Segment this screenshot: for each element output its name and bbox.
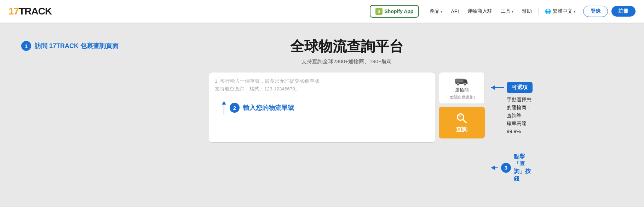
arrow-left-icon (491, 85, 495, 90)
step1-badge: 1 (21, 41, 31, 51)
shopify-icon: S (375, 8, 383, 15)
optional-label: 可選項 (507, 82, 533, 93)
chevron-down-icon: ▾ (512, 10, 513, 13)
shopify-label: Shopify App (385, 8, 414, 14)
shopify-app-button[interactable]: S Shopify App (370, 5, 419, 18)
nav-divider (538, 8, 539, 15)
nav-language[interactable]: 🌐 繁體中文 ▾ (541, 5, 579, 17)
tracking-input-wrapper[interactable]: 1. 每行輸入一個單號，最多只允許提交40個單號； 支持航空查詢，格式：123-… (209, 72, 435, 143)
nav-tools[interactable]: 工具 ▾ (497, 5, 517, 17)
svg-point-6 (458, 115, 461, 117)
svg-line-5 (463, 119, 466, 123)
step2-badge: 2 (230, 103, 240, 113)
search-icon (455, 112, 468, 125)
right-annotations: 可選項 手動選擇您的運輸商，查詢準 確率高達 99.9% 3 (491, 76, 533, 183)
svg-point-1 (457, 83, 459, 85)
step2-arrow (222, 101, 226, 114)
main-content: 1 訪問 17TRACK 包裹查詢頁面 全球物流查詢平台 支持查詢全球2300+… (0, 23, 644, 157)
tracking-area: 1. 每行輸入一個單號，最多只允許提交40個單號； 支持航空查詢，格式：123-… (209, 72, 485, 143)
optional-arrow-line (491, 87, 504, 88)
logo-track: TRACK (19, 6, 52, 17)
optional-bubble: 可選項 (507, 82, 533, 93)
login-button[interactable]: 登錄 (583, 6, 608, 17)
header: 17TRACK S Shopify App 產品 ▾ API 運輸商入駐 工具 … (0, 0, 644, 23)
nav-api[interactable]: API (447, 6, 462, 17)
step2-annotation: 2 輸入您的物流單號 (215, 101, 429, 114)
arrow-up-line (224, 104, 224, 114)
step2-label: 輸入您的物流單號 (243, 104, 294, 112)
carrier-label: 運輸商 (455, 87, 469, 93)
query-label: 查詢 (456, 126, 467, 134)
main-nav: S Shopify App 產品 ▾ API 運輸商入駐 工具 ▾ 幫助 🌐 繁… (370, 5, 636, 18)
chevron-down-icon: ▾ (441, 10, 442, 13)
svg-point-2 (464, 83, 466, 85)
step3-badge: 3 (501, 163, 511, 173)
step1-label: 訪問 17TRACK 包裹查詢頁面 (35, 42, 119, 50)
register-button[interactable]: 註冊 (611, 6, 636, 17)
nav-carrier[interactable]: 運輸商入駐 (464, 5, 496, 17)
chevron-down-icon: ▾ (574, 10, 575, 13)
nav-help[interactable]: 幫助 (518, 5, 535, 17)
page-subtitle: 支持查詢全球2300+運輸商、190+航司 (301, 58, 392, 65)
page-title: 全球物流查詢平台 (290, 37, 403, 56)
step1-annotation: 1 訪問 17TRACK 包裹查詢頁面 (21, 41, 119, 51)
svg-rect-3 (456, 79, 463, 83)
step3-label: 點擊「查詢」按鈕 (514, 153, 533, 183)
nav-products[interactable]: 產品 ▾ (426, 5, 446, 17)
query-annotation-row: 3 點擊「查詢」按鈕 (491, 153, 533, 183)
center-section: 全球物流查詢平台 支持查詢全球2300+運輸商、190+航司 1. 每行輸入一個… (92, 37, 602, 143)
logo-17: 17 (8, 6, 19, 17)
carrier-button[interactable]: 運輸商 （默認自動識別） (439, 72, 485, 104)
arrow-left-icon (491, 166, 495, 170)
truck-icon (455, 76, 468, 86)
optional-annotation-row: 可選項 (491, 82, 533, 93)
logo[interactable]: 17TRACK (8, 6, 52, 17)
carrier-sublabel: （默認自動識別） (446, 95, 477, 100)
query-arrow-line (491, 167, 498, 168)
globe-icon: 🌐 (545, 8, 551, 14)
tracking-placeholder: 1. 每行輸入一個單號，最多只允許提交40個單號； 支持航空查詢，格式：123-… (215, 77, 429, 93)
optional-desc: 手動選擇您的運輸商，查詢準 確率高達 99.9% (507, 96, 533, 135)
query-button[interactable]: 查詢 (439, 107, 485, 138)
right-panel: 運輸商 （默認自動識別） 查詢 (439, 72, 485, 138)
